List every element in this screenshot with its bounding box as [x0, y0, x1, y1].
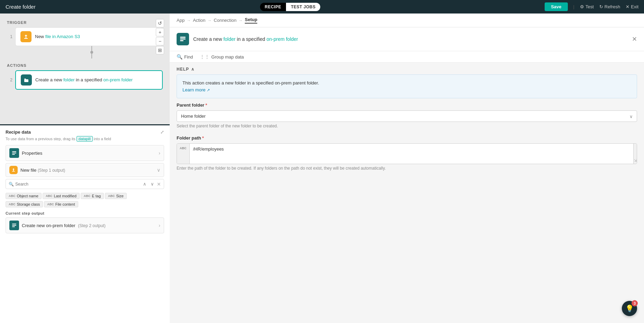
recipe-data-title: Recipe data: [6, 129, 31, 135]
step2-output-icon: [9, 221, 19, 230]
exit-button[interactable]: ✕ Exit: [626, 4, 638, 9]
current-step-label: Current step output: [6, 211, 164, 215]
breadcrumb-setup[interactable]: Setup: [245, 17, 257, 24]
folder-path-required: *: [202, 135, 204, 141]
search-prev-button[interactable]: ∧: [142, 181, 148, 187]
svg-rect-14: [180, 40, 184, 41]
step1-row: 1 New file in Amazon S3: [7, 27, 163, 46]
test-icon: ⚙: [580, 4, 584, 9]
breadcrumb-connection[interactable]: Connection: [214, 18, 236, 23]
resize-icon: ⇲: [634, 159, 637, 162]
folder-path-value[interactable]: /HR/employees: [190, 144, 634, 164]
help-section: HELP ∧ This action creates a new folder …: [170, 63, 644, 102]
folder-path-field-group: Folder path * ABC /HR/employees ⇲ Enter …: [177, 135, 637, 171]
save-button[interactable]: Save: [545, 2, 567, 11]
breadcrumb-app[interactable]: App: [177, 18, 185, 23]
step1-card[interactable]: New file in Amazon S3: [15, 27, 163, 46]
properties-section[interactable]: Properties ›: [6, 145, 164, 161]
resize-handle[interactable]: ⇲: [633, 144, 637, 164]
step2-row: 2 Create a new folder in a specified on-…: [7, 70, 163, 90]
zoom-in-button[interactable]: +: [156, 28, 164, 36]
zoom-out-button[interactable]: −: [156, 37, 164, 45]
new-file-section[interactable]: New file (Step 1 output) ∨: [6, 163, 164, 177]
recipe-data-header: Recipe data ⤢: [6, 129, 164, 135]
connector1: [21, 46, 163, 59]
svg-rect-5: [12, 151, 16, 152]
step2-card[interactable]: Create a new folder in a specified on-pr…: [15, 70, 163, 90]
search-nav: ∧ ∨ ✕: [142, 181, 161, 187]
search-input[interactable]: [15, 182, 142, 187]
step1-text: New file in Amazon S3: [35, 34, 80, 40]
parent-folder-select[interactable]: Home folder: [177, 110, 637, 122]
pill-size[interactable]: ABC Size: [105, 193, 127, 199]
parent-folder-label: Parent folder *: [177, 102, 637, 108]
group-map-icon: ⋮⋮: [200, 54, 209, 60]
test-button[interactable]: ⚙ Test: [580, 4, 594, 9]
toolbar-bar: 🔍 Find ⋮⋮ Group map data: [170, 51, 644, 63]
step2-number: 2: [7, 78, 12, 82]
svg-rect-8: [12, 171, 15, 172]
right-panel: App → Action → Connection → Setup Create…: [170, 14, 644, 323]
pill-storage-class[interactable]: ABC Storage class: [6, 201, 43, 207]
input-type-badge: ABC: [177, 144, 190, 164]
recipe-data-panel: Recipe data ⤢ To use data from a previou…: [0, 124, 170, 323]
step2-output-section[interactable]: Create new on-prem folder (Step 2 output…: [6, 217, 164, 233]
find-icon: 🔍: [177, 54, 182, 60]
parent-folder-field-group: Parent folder * Home folder ∨ Select the…: [177, 102, 637, 128]
tab-testjobs[interactable]: TEST JOBS: [286, 3, 320, 11]
page-title: Create folder: [6, 4, 36, 10]
step2-output-chevron-icon: ›: [159, 223, 160, 228]
notification-bubble[interactable]: 3 💡: [622, 301, 637, 316]
topbar-actions: Save | ⚙ Test ↻ Refresh ✕ Exit: [545, 2, 638, 11]
new-file-chevron-icon: ∨: [157, 167, 160, 173]
recipe-data-subtitle: To use data from a previous step, drag i…: [6, 136, 164, 142]
svg-rect-1: [24, 38, 28, 39]
form-section: Parent folder * Home folder ∨ Select the…: [170, 102, 644, 185]
zoom-fit-button[interactable]: ⊞: [156, 46, 164, 54]
svg-rect-7: [12, 154, 15, 155]
trigger-label: TRIGGER: [7, 20, 163, 25]
close-button[interactable]: ✕: [632, 35, 637, 43]
zoom-refresh-button[interactable]: ↺: [156, 19, 164, 27]
svg-rect-3: [24, 79, 26, 79]
search-clear-button[interactable]: ✕: [157, 181, 161, 187]
properties-label: Properties: [22, 151, 42, 156]
search-icon: 🔍: [9, 182, 14, 187]
notification-count: 3: [632, 300, 638, 306]
main-layout: ↺ + − ⊞ TRIGGER 1: [0, 14, 644, 323]
svg-rect-4: [24, 79, 28, 82]
search-next-button[interactable]: ∨: [149, 181, 155, 187]
actions-label: ACTIONS: [7, 63, 163, 68]
new-file-label: New file (Step 1 output): [20, 168, 65, 173]
pill-last-modified[interactable]: ABC Last modified: [43, 193, 80, 199]
datapill-example: datapill: [77, 136, 93, 142]
step1-icon: [20, 31, 32, 42]
setup-content: Create a new folder in a specified on-pr…: [170, 27, 644, 323]
help-description: This action creates a new folder in a sp…: [182, 80, 631, 87]
step2-icon: [21, 74, 32, 86]
tab-switcher: RECIPE TEST JOBS: [260, 3, 321, 11]
find-button[interactable]: 🔍 Find: [177, 54, 193, 60]
action-icon: [177, 33, 189, 45]
parent-folder-select-wrapper: Home folder ∨: [177, 110, 637, 122]
canvas-area: ↺ + − ⊞ TRIGGER 1: [0, 14, 170, 124]
svg-rect-10: [12, 225, 16, 226]
breadcrumb-action[interactable]: Action: [193, 18, 205, 23]
svg-rect-6: [12, 153, 16, 153]
pill-file-content[interactable]: ABC File content: [44, 201, 78, 207]
refresh-button[interactable]: ↻ Refresh: [599, 4, 620, 9]
external-link-icon: ↗: [207, 88, 210, 92]
tab-recipe[interactable]: RECIPE: [260, 3, 286, 11]
zoom-controls: ↺ + − ⊞: [156, 19, 164, 54]
svg-rect-11: [12, 226, 15, 227]
learn-more-link[interactable]: Learn more ↗: [182, 87, 210, 92]
help-toggle[interactable]: HELP ∧: [177, 67, 637, 72]
group-map-button[interactable]: ⋮⋮ Group map data: [200, 54, 244, 60]
pill-object-name[interactable]: ABC Object name: [6, 193, 42, 199]
expand-icon[interactable]: ⤢: [160, 129, 164, 135]
folder-path-label: Folder path *: [177, 135, 637, 141]
breadcrumb-arrow-2: →: [207, 18, 212, 23]
pill-e-tag[interactable]: ABC E tag: [81, 193, 104, 199]
step2-text: Create a new folder in a specified on-pr…: [35, 77, 133, 83]
search-bar: 🔍 ∧ ∨ ✕: [6, 179, 164, 189]
